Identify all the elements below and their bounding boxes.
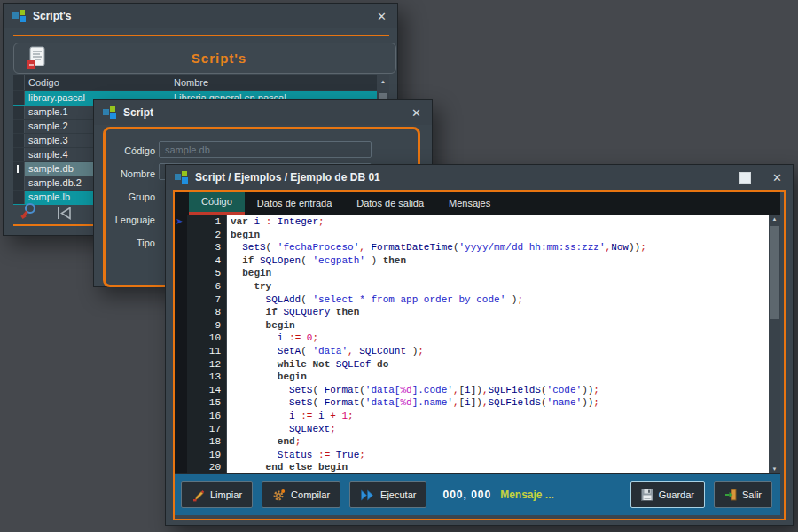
- scripts-list-titlebar[interactable]: Script's ✕: [4, 4, 397, 28]
- code-line[interactable]: SQLAdd( 'select * from app order by code…: [231, 293, 769, 307]
- code-line[interactable]: try: [231, 280, 769, 293]
- line-number: 15: [187, 396, 221, 410]
- line-number: 8: [187, 306, 221, 319]
- code-line[interactable]: if SQLOpen( 'ecgpath' ) then: [231, 254, 769, 268]
- column-header-codigo[interactable]: Codigo: [25, 75, 170, 90]
- code-token: 'data[: [365, 385, 401, 395]
- code-line[interactable]: SetA( 'data', SQLCount );: [231, 345, 769, 358]
- code-line[interactable]: end;: [231, 435, 769, 449]
- button-limpiar[interactable]: Limpiar: [181, 481, 253, 508]
- first-record-button[interactable]: [53, 202, 76, 223]
- code-token: [231, 268, 242, 278]
- field-label-nombre: Nombre: [121, 162, 155, 185]
- code-line[interactable]: if SQLQuery then: [231, 306, 769, 319]
- search-button[interactable]: [18, 200, 41, 222]
- line-number: 13: [187, 371, 221, 384]
- code-token: while: [278, 359, 307, 370]
- code-line[interactable]: i := i + 1;: [231, 410, 769, 423]
- code-token: ;: [593, 397, 599, 408]
- code-line[interactable]: while Not SQLEof do: [231, 358, 769, 372]
- code-token: Not: [312, 359, 330, 370]
- code-token: var: [231, 216, 248, 227]
- code-token: begin: [231, 230, 260, 240]
- close-icon[interactable]: ✕: [771, 171, 784, 184]
- line-number: 2: [187, 229, 221, 242]
- code-token: Status: [278, 450, 313, 460]
- tab-datos-de-salida[interactable]: Datos de salida: [344, 192, 436, 215]
- code-token: ): [365, 255, 383, 266]
- code-token: ;: [312, 332, 318, 343]
- button-ejecutar[interactable]: Ejecutar: [349, 481, 426, 508]
- code-token: )): [629, 242, 640, 253]
- editor-scrollbar[interactable]: ▲ ▼: [769, 215, 780, 473]
- scroll-up-icon[interactable]: ▲: [769, 216, 780, 222]
- status-message: Mensaje ...: [500, 489, 554, 501]
- code-token: [231, 462, 266, 473]
- code-token: i: [465, 385, 471, 395]
- codigo-field[interactable]: sample.db: [159, 141, 372, 158]
- row-indicator: [13, 106, 25, 119]
- code-token: do: [377, 359, 388, 370]
- code-token: [231, 424, 289, 434]
- code-token: else: [289, 462, 312, 473]
- scroll-up-icon[interactable]: ▲: [377, 79, 389, 84]
- code-token: begin: [278, 372, 307, 382]
- tab-mensajes[interactable]: Mensajes: [436, 192, 503, 215]
- tab-datos-de-entrada[interactable]: Datos de entrada: [245, 192, 344, 215]
- row-indicator-header: [13, 75, 25, 90]
- code-line[interactable]: SetS( Format('data[%d].code',[i]),SQLFie…: [231, 384, 769, 397]
- code-token: [231, 242, 242, 253]
- code-area[interactable]: var i : Integer;begin SetS( 'fechaProces…: [226, 215, 769, 473]
- row-cursor: [17, 165, 19, 173]
- maximize-icon[interactable]: [739, 172, 751, 184]
- line-number: 6: [187, 280, 221, 293]
- code-token: [330, 359, 336, 370]
- close-icon[interactable]: ✕: [375, 10, 388, 23]
- code-token: :=: [318, 450, 330, 460]
- scrollbar-thumb[interactable]: [770, 226, 779, 319]
- script-form-titlebar[interactable]: Script ✕: [94, 100, 432, 125]
- code-token: i: [465, 397, 471, 408]
- code-line[interactable]: end else begin: [231, 461, 769, 473]
- code-token: (: [266, 242, 278, 253]
- code-line[interactable]: begin: [231, 229, 769, 242]
- table-header-row: CodigoNombre: [13, 75, 377, 91]
- code-line[interactable]: SQLNext;: [231, 423, 769, 436]
- code-token: (: [541, 385, 547, 395]
- code-editor[interactable]: ➤ 1234567891011121314151617181920 var i …: [175, 215, 780, 474]
- editor-titlebar[interactable]: Script / Ejemplos / Ejemplo de DB 01 ✕: [166, 165, 793, 190]
- button-compilar[interactable]: Compilar: [262, 481, 340, 508]
- code-token: SetS: [289, 397, 312, 408]
- code-line[interactable]: var i : Integer;: [231, 215, 769, 229]
- window-script-editor: Script / Ejemplos / Ejemplo de DB 01 ✕ C…: [165, 164, 794, 526]
- row-indicator: [13, 148, 25, 161]
- code-line[interactable]: begin: [231, 267, 769, 280]
- position-counter: 000, 000: [442, 489, 491, 501]
- code-line[interactable]: Status := True;: [231, 449, 769, 462]
- code-token: begin: [318, 462, 348, 473]
- divider: [13, 35, 389, 36]
- line-number-gutter: 1234567891011121314151617181920: [187, 215, 226, 473]
- column-header-nombre[interactable]: Nombre: [170, 75, 377, 90]
- code-line[interactable]: i := 0;: [231, 332, 769, 345]
- code-token: if: [266, 307, 278, 317]
- code-token: [231, 320, 266, 331]
- code-line[interactable]: begin: [231, 371, 769, 384]
- code-line[interactable]: SetS( Format('data[%d].name',[i]),SQLFie…: [231, 396, 769, 410]
- code-token: )): [582, 385, 593, 395]
- code-token: ;: [359, 450, 365, 460]
- line-number: 5: [187, 267, 221, 280]
- code-token: +: [330, 411, 336, 421]
- code-token: ;: [348, 411, 354, 421]
- code-line[interactable]: SetS( 'fechaProceso', FormatDateTime('yy…: [231, 241, 769, 254]
- button-salir[interactable]: Salir: [714, 481, 772, 508]
- tab-codigo[interactable]: Código: [189, 192, 245, 215]
- code-token: end: [266, 462, 284, 473]
- button-guardar[interactable]: Guardar: [630, 481, 705, 508]
- row-indicator: [13, 162, 25, 176]
- line-number: 1: [187, 215, 221, 229]
- scroll-down-icon[interactable]: ▼: [769, 466, 780, 472]
- close-icon[interactable]: ✕: [410, 106, 423, 120]
- code-line[interactable]: begin: [231, 319, 769, 332]
- line-number: 7: [187, 293, 221, 307]
